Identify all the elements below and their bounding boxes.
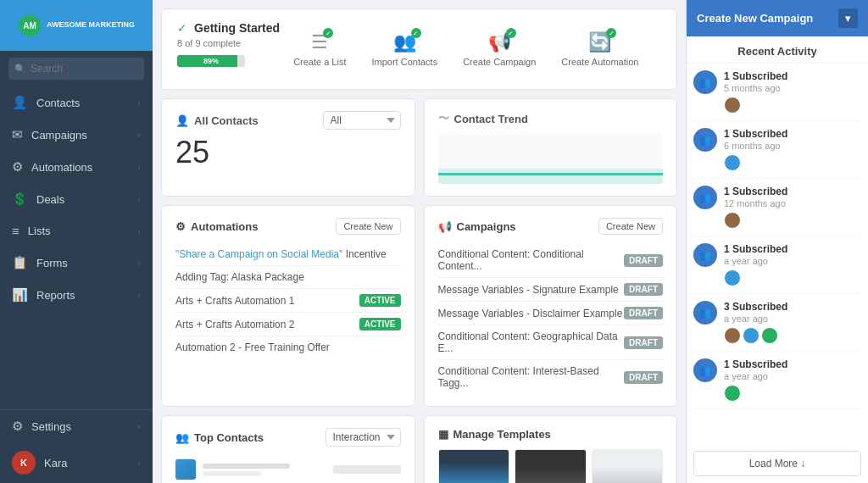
activity-item: 👥 1 Subscribed a year ago (693, 236, 861, 294)
lists-icon: ≡ (12, 224, 19, 238)
create-automation-icon: 🔄 ✓ (588, 31, 611, 53)
activity-item: 👥 3 Subscribed a year ago (693, 294, 861, 352)
automation-item[interactable]: Arts + Crafts Automation 1 ACTIVE (175, 289, 401, 313)
template-thumb[interactable] (592, 449, 664, 483)
user-avatar: K (12, 451, 36, 475)
activity-time: a year ago (724, 256, 861, 266)
automation-item[interactable]: Automation 2 - Free Training Offer (175, 336, 401, 358)
templates-icon: ▦ (438, 428, 448, 441)
contact-row[interactable] (175, 455, 401, 483)
forms-icon: 📋 (12, 255, 28, 270)
campaigns-card: 📢 Campaigns Create New Conditional Conte… (424, 205, 678, 407)
template-thumb[interactable] (438, 449, 510, 483)
active-badge: ACTIVE (359, 294, 401, 307)
draft-badge: DRAFT (624, 283, 663, 296)
automations-icon: ⚙ (12, 159, 23, 175)
svg-text:AM: AM (23, 21, 36, 31)
automations-list: "Share a Campaign on Social Media" Incen… (175, 243, 401, 358)
activity-item: 👥 1 Subscribed 6 months ago (693, 121, 861, 179)
trend-chart (438, 133, 664, 184)
getting-started-title: Getting Started (194, 21, 280, 35)
step-import-contacts[interactable]: 👥 ✓ Import Contacts (372, 31, 438, 67)
activity-time: 12 months ago (724, 198, 861, 208)
automations-create-new-button[interactable]: Create New (336, 218, 400, 235)
template-grid (438, 449, 664, 483)
sidebar-item-reports[interactable]: 📊 Reports › (0, 279, 153, 311)
getting-started-widget: ✓ Getting Started 8 of 9 complete 89% ☰ … (161, 8, 677, 90)
sidebar-item-forms[interactable]: 📋 Forms › (0, 247, 153, 279)
sidebar-item-lists[interactable]: ≡ Lists › (0, 215, 153, 247)
main-nav: 👤 Contacts › ✉ Campaigns › ⚙ Automations… (0, 86, 153, 409)
template-thumb[interactable] (515, 449, 587, 483)
main-area: ✓ Getting Started 8 of 9 complete 89% ☰ … (153, 0, 686, 483)
sidebar-item-contacts[interactable]: 👤 Contacts › (0, 86, 153, 119)
search-input[interactable] (8, 58, 144, 80)
getting-started-subtitle: 8 of 9 complete (177, 38, 280, 48)
step-create-automation[interactable]: 🔄 ✓ Create Automation (561, 31, 638, 67)
step-create-campaign[interactable]: 📢 ✓ Create Campaign (463, 31, 536, 67)
create-campaign-icon: 📢 ✓ (488, 31, 511, 53)
chevron-right-icon: › (137, 226, 141, 236)
campaign-item[interactable]: Conditional Content: Interest-Based Tagg… (438, 360, 664, 394)
activity-icon: 👥 (693, 243, 717, 267)
load-more-button[interactable]: Load More ↓ (693, 451, 861, 476)
activity-content: 1 Subscribed a year ago (724, 243, 861, 286)
activity-title: 1 Subscribed (724, 186, 861, 197)
campaign-item[interactable]: Conditional Content: Conditional Content… (438, 243, 664, 278)
activity-icon: 👥 (693, 128, 717, 152)
campaigns-card-icon: 📢 (438, 220, 452, 233)
step-create-list[interactable]: ☰ ✓ Create a List (293, 31, 346, 67)
chevron-right-icon: › (137, 97, 141, 108)
campaigns-title: Campaigns (457, 220, 516, 233)
automation-item[interactable]: "Share a Campaign on Social Media" Incen… (175, 243, 401, 266)
sidebar-item-campaigns[interactable]: ✉ Campaigns › (0, 119, 153, 151)
bottom-row: 👥 Top Contacts Interaction (161, 415, 677, 483)
top-contacts-icon: 👥 (175, 431, 189, 444)
chevron-right-icon: › (137, 290, 141, 300)
create-campaign-dropdown-button[interactable]: ▾ (838, 8, 858, 28)
top-contacts-card: 👥 Top Contacts Interaction (161, 415, 415, 483)
campaign-item[interactable]: Message Variables - Disclaimer Example D… (438, 302, 664, 325)
automations-card: ⚙ Automations Create New "Share a Campai… (161, 205, 415, 407)
chevron-right-icon: › (137, 162, 141, 172)
automation-item[interactable]: Adding Tag: Alaska Package (175, 266, 401, 289)
campaign-item[interactable]: Message Variables - Signature Example DR… (438, 278, 664, 302)
sidebar: AM AWESOME MARKETING 👤 Contacts › ✉ Camp… (0, 0, 153, 483)
activity-avatar (761, 327, 778, 344)
activity-icon: 👥 (693, 358, 717, 382)
campaign-item[interactable]: Conditional Content: Geographical Data E… (438, 325, 664, 360)
sidebar-item-automations[interactable]: ⚙ Automations › (0, 151, 153, 183)
create-campaign-bar: Create New Campaign ▾ (687, 0, 868, 36)
activity-content: 1 Subscribed 6 months ago (724, 128, 861, 171)
automation-item[interactable]: Arts + Crafts Automation 2 ACTIVE (175, 313, 401, 336)
all-contacts-card: 👤 All Contacts All This Week This Month … (161, 98, 415, 197)
all-contacts-title: All Contacts (194, 114, 259, 127)
campaigns-create-new-button[interactable]: Create New (598, 218, 663, 235)
automations-icon: ⚙ (175, 220, 186, 233)
activity-item: 👥 1 Subscribed 12 months ago (693, 179, 861, 236)
contact-bars (203, 464, 320, 476)
create-new-campaign-button[interactable]: Create New Campaign (697, 12, 813, 25)
activity-time: a year ago (724, 371, 861, 381)
top-contacts-filter[interactable]: Interaction (326, 428, 401, 447)
logo-icon: AM (18, 14, 42, 37)
sidebar-label-settings: Settings (31, 420, 71, 433)
sidebar-item-deals[interactable]: 💲 Deals › (0, 183, 153, 215)
contacts-filter-select[interactable]: All This Week This Month (323, 111, 401, 130)
activity-avatar (724, 385, 741, 402)
activity-content: 1 Subscribed 5 months ago (724, 70, 861, 114)
contacts-card-icon: 👤 (175, 114, 189, 127)
activity-avatar (743, 327, 760, 344)
user-name: Kara (44, 457, 67, 469)
top-contacts-title: Top Contacts (194, 431, 264, 444)
chevron-right-icon: › (137, 458, 141, 468)
activity-item: 👥 1 Subscribed 5 months ago (693, 64, 861, 121)
activity-item: 👥 1 Subscribed a year ago (693, 352, 861, 409)
sidebar-label-lists: Lists (28, 225, 51, 237)
user-profile[interactable]: K Kara › (0, 442, 153, 483)
step-label-create-list: Create a List (293, 57, 346, 67)
activity-time: 6 months ago (724, 141, 861, 151)
right-panel: Create New Campaign ▾ Recent Activity 👥 … (686, 0, 868, 483)
load-more-area: Load More ↓ (693, 451, 861, 476)
sidebar-item-settings[interactable]: ⚙ Settings › (0, 410, 153, 442)
